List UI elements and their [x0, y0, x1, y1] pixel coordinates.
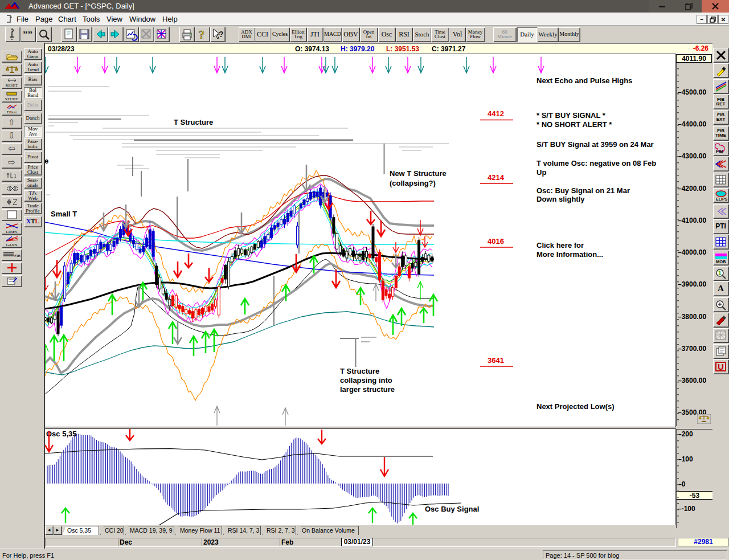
- svg-text:Next Projected Low(s): Next Projected Low(s): [536, 402, 615, 411]
- svg-text:?: ?: [199, 28, 204, 41]
- svg-text:?: ?: [219, 30, 224, 39]
- svg-text:T Structure: T Structure: [340, 367, 379, 375]
- svg-text:Up: Up: [536, 168, 546, 177]
- svg-text:More Information...: More Information...: [536, 250, 603, 259]
- svg-text:* NO SHORT ALERT *: * NO SHORT ALERT *: [536, 120, 612, 129]
- svg-text:ELIPS: ELIPS: [716, 197, 728, 201]
- svg-text:1: 1: [718, 270, 722, 276]
- svg-text:1: 1: [14, 173, 17, 179]
- svg-text:T Structure: T Structure: [174, 118, 213, 126]
- svg-text:T volume Osc: negative on 08 F: T volume Osc: negative on 08 Feb: [536, 159, 656, 167]
- svg-text:4214: 4214: [488, 173, 505, 182]
- svg-text:New T Structure: New T Structure: [390, 169, 447, 178]
- svg-text:Next Echo and Pulse Highs: Next Echo and Pulse Highs: [536, 76, 632, 85]
- svg-text:””: ””: [23, 29, 32, 40]
- svg-text:4412: 4412: [488, 109, 504, 118]
- svg-text:FIB: FIB: [716, 149, 723, 154]
- svg-text:Small T: Small T: [51, 210, 77, 218]
- svg-text:re: re: [45, 157, 48, 165]
- svg-text:(collapsing?): (collapsing?): [390, 179, 436, 187]
- svg-text:4016: 4016: [488, 237, 504, 246]
- svg-text:Osc 5,35: Osc 5,35: [46, 430, 77, 438]
- svg-text:Down slightly: Down slightly: [536, 195, 585, 203]
- svg-text:larger structure: larger structure: [340, 385, 395, 394]
- svg-text:3641: 3641: [488, 356, 504, 365]
- svg-text:collapsing into: collapsing into: [340, 376, 392, 385]
- svg-text:MOB: MOB: [716, 259, 726, 264]
- svg-text:Click here for: Click here for: [536, 241, 584, 250]
- svg-text:Osc: Buy Signal on 21 Mar: Osc: Buy Signal on 21 Mar: [536, 186, 630, 195]
- svg-text:S/T BUY Signal at 3959 on 24 M: S/T BUY Signal at 3959 on 24 Mar: [536, 140, 654, 149]
- svg-text:Osc Buy Signal: Osc Buy Signal: [425, 505, 479, 513]
- svg-text:* S/T BUY SIGNAL *: * S/T BUY SIGNAL *: [536, 111, 606, 120]
